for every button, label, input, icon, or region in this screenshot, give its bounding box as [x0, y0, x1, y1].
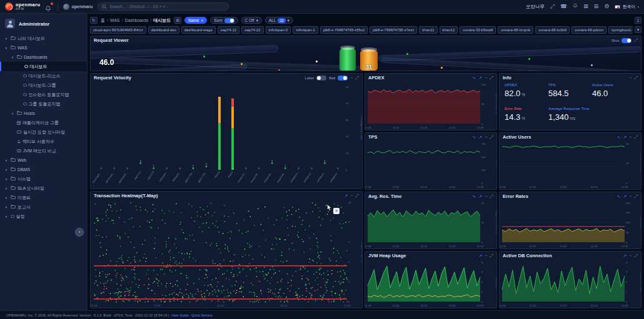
sidebar-item[interactable]: 대시보드-그룹	[0, 81, 87, 90]
sidebar-item[interactable]: 애플리케이션 그룹	[0, 118, 87, 127]
instance-chip[interactable]: eap74-22	[241, 26, 263, 34]
interval-dropdown[interactable]: C Off▾	[241, 17, 262, 24]
sidebar-item[interactable]: JVM 메모리 비교	[0, 146, 87, 155]
sidebar-item[interactable]: ▾보고서	[0, 202, 87, 212]
chevron-icon[interactable]: ▾	[4, 205, 9, 209]
chevron-icon[interactable]: ▾	[4, 37, 9, 41]
sidebar-item[interactable]: ▾DBMS	[0, 165, 87, 174]
sidebar-item[interactable]: ▾나의 대시보드	[0, 34, 87, 43]
minimize-icon[interactable]: −	[485, 194, 487, 199]
chevron-icon[interactable]: ▾	[4, 215, 9, 218]
transaction-heatmap-chart[interactable]: 024681012:1812:2012:2212:2412:26Response…	[91, 200, 362, 308]
settings-gear-icon[interactable]: ⚙	[604, 4, 609, 9]
error-rates-chart[interactable]: 05010015020012:1812:2012:2212:2412:26Err…	[500, 200, 641, 248]
trend-icon[interactable]: ∿	[617, 194, 621, 199]
active-users-chart[interactable]: 0255012:1812:2012:2212:2412:26Number of …	[500, 141, 641, 189]
instance-chip[interactable]: jdk8-e-799874795-s55c2	[320, 26, 368, 34]
chevron-icon[interactable]: ▾	[4, 177, 9, 181]
user-guide-link[interactable]: User Guide	[171, 313, 189, 317]
sidebar-item[interactable]: ▾Web	[0, 155, 87, 165]
minimize-icon[interactable]: −	[350, 76, 353, 80]
request-viewer-canvas[interactable]: 46.0 31	[91, 44, 641, 71]
filter-dropdown[interactable]: ALL22▾	[265, 17, 293, 24]
minimize-icon[interactable]: −	[485, 253, 487, 258]
global-search-input[interactable]: Search... - Shortcut - / - Ctl + ↵ -	[98, 2, 229, 11]
jvm-heap-chart[interactable]: 0246812:1812:2012:2212:2412:26Heap (G)	[365, 260, 496, 308]
sidebar-item[interactable]: ▾WAS	[0, 43, 87, 52]
sort-chip[interactable]: Name×	[184, 17, 207, 24]
instance-chip[interactable]: cloud-apm-567c964665-84rzz	[90, 26, 146, 34]
minimize-icon[interactable]: −	[629, 253, 631, 258]
breadcrumb-was[interactable]: WAS	[110, 18, 120, 22]
tps-chart[interactable]: 025050075012:1812:2012:2212:2412:26TPS	[365, 141, 496, 189]
breadcrumb-home[interactable]: 홈	[101, 17, 105, 24]
refresh-button[interactable]: ↻	[90, 17, 98, 24]
sidebar-item[interactable]: 그룹 토폴로지맵	[0, 99, 87, 109]
share-icon[interactable]: ↗	[344, 194, 348, 198]
chevron-icon[interactable]: ▾	[4, 187, 9, 190]
expand-icon[interactable]: ⤢	[634, 76, 638, 80]
expand-icon[interactable]: ⤢	[634, 38, 638, 42]
expand-icon[interactable]: ⤢	[634, 253, 638, 258]
expand-icon[interactable]: ⤢	[634, 135, 638, 139]
expand-icon[interactable]: ⤢	[490, 76, 493, 80]
sidebar-item[interactable]: ▾이벤트	[0, 193, 87, 202]
instance-chip[interactable]: onnara-33-b5ww8	[460, 26, 496, 34]
minimize-icon[interactable]: −	[629, 194, 631, 199]
chips-expand-button[interactable]: ▾	[635, 26, 641, 33]
minimize-icon[interactable]: −	[350, 194, 353, 198]
sidebar-item[interactable]: ▾SLA 모니터링	[0, 184, 87, 193]
chevron-icon[interactable]: ▾	[4, 196, 9, 200]
secondary-logo[interactable]: openmaru	[63, 4, 93, 10]
chevron-icon[interactable]: ▾	[10, 112, 15, 115]
sidebar-item[interactable]: 액티브 사용자수	[0, 137, 87, 146]
minimize-icon[interactable]: −	[629, 76, 631, 80]
share-icon[interactable]: ↗	[478, 76, 482, 80]
sidebar-item[interactable]: 실시간 요청 모니터링	[0, 127, 87, 137]
instance-chip[interactable]: jdk8-e-799874795-z7ezz	[370, 26, 417, 34]
instance-chip[interactable]: eap74-12	[218, 26, 239, 34]
instance-chip[interactable]: khan11	[419, 26, 437, 34]
phone-icon[interactable]: ☎	[560, 4, 567, 9]
expand-icon[interactable]: ⤢	[490, 253, 493, 258]
apdex-chart[interactable]: 05010012:1812:2012:2212:2412:26APDEX Rat…	[365, 82, 496, 130]
minimize-icon[interactable]: −	[629, 135, 631, 139]
page-indicator[interactable]: 1	[635, 17, 641, 24]
share-icon[interactable]: ↗	[623, 135, 626, 139]
avg-res-time-chart[interactable]: 01k2k12:1812:2012:2212:2412:26Avg. Res. …	[365, 200, 496, 248]
sidebar-item[interactable]: ▾설정	[0, 212, 87, 221]
expand-icon[interactable]: ⤢	[355, 76, 359, 80]
instance-chip[interactable]: infinispan-0	[266, 26, 291, 34]
chevron-icon[interactable]: ▾	[4, 159, 9, 162]
sidebar-collapse-button[interactable]: ‹	[75, 228, 84, 237]
trend-icon[interactable]: ∿	[473, 76, 476, 80]
fullscreen-icon[interactable]: ⤢	[550, 4, 555, 9]
instance-chip[interactable]: dashboard-stage	[181, 26, 216, 34]
sidebar-item[interactable]: ▾Hosts	[0, 109, 87, 118]
sidebar-item[interactable]: ▾Dashboards	[0, 52, 87, 62]
minimize-icon[interactable]: −	[485, 76, 487, 80]
trend-icon[interactable]: ∿	[473, 135, 476, 139]
instance-chip[interactable]: infinispan-1	[293, 26, 318, 34]
sidebar-item[interactable]: ▾시스템	[0, 174, 87, 184]
trend-icon[interactable]: ∿	[617, 135, 621, 139]
external-window-icon[interactable]: ⊠	[583, 4, 588, 9]
request-velocity-chart[interactable]: 01020304050Pending Req. Count0cloud-apm-…	[91, 82, 362, 189]
expand-icon[interactable]: ⤢	[490, 135, 493, 139]
apps-grid-icon[interactable]: ⊞	[594, 4, 599, 9]
instance-chip[interactable]: onnara-68-bmjmk	[498, 26, 533, 34]
sum-switch[interactable]	[224, 18, 234, 23]
label-toggle[interactable]	[316, 76, 326, 81]
share-icon[interactable]: ↗	[478, 253, 482, 258]
instance-chip[interactable]: khan12	[440, 26, 458, 34]
breadcrumb-dashboards[interactable]: Dashboards	[124, 18, 148, 22]
share-icon[interactable]: ↗	[478, 194, 482, 199]
sum-toggle[interactable]: Sum	[210, 17, 238, 24]
trend-icon[interactable]: ∿	[473, 194, 476, 199]
instance-chip[interactable]: onnara-68-kx9v6	[535, 26, 570, 34]
openmaru-logo[interactable]: openmaru APM	[5, 2, 40, 11]
admin-profile[interactable]: Administrator	[0, 16, 87, 34]
sidebar-item[interactable]: 대시보드	[0, 62, 87, 71]
chevron-icon[interactable]: ▾	[4, 46, 9, 50]
instance-chip[interactable]: dashboard-dev	[148, 26, 179, 34]
